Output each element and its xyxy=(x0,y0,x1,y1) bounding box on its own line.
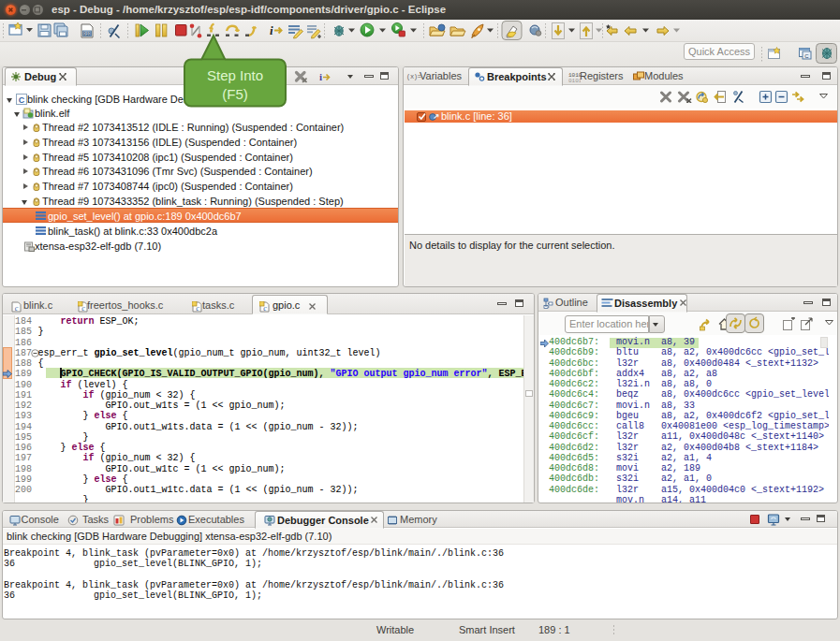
svg-text:Step Into: Step Into xyxy=(207,67,263,83)
svg-text:C: C xyxy=(19,95,25,105)
svg-text:c: c xyxy=(196,304,199,313)
svg-text:i: i xyxy=(319,71,322,82)
svg-text:c: c xyxy=(81,304,85,313)
svg-text:c: c xyxy=(15,304,19,313)
svg-text:(F5): (F5) xyxy=(222,86,248,102)
svg-text:c: c xyxy=(263,304,267,313)
svg-text:C: C xyxy=(804,53,809,59)
svg-text:010: 010 xyxy=(83,32,91,36)
svg-text:0101: 0101 xyxy=(568,78,581,83)
